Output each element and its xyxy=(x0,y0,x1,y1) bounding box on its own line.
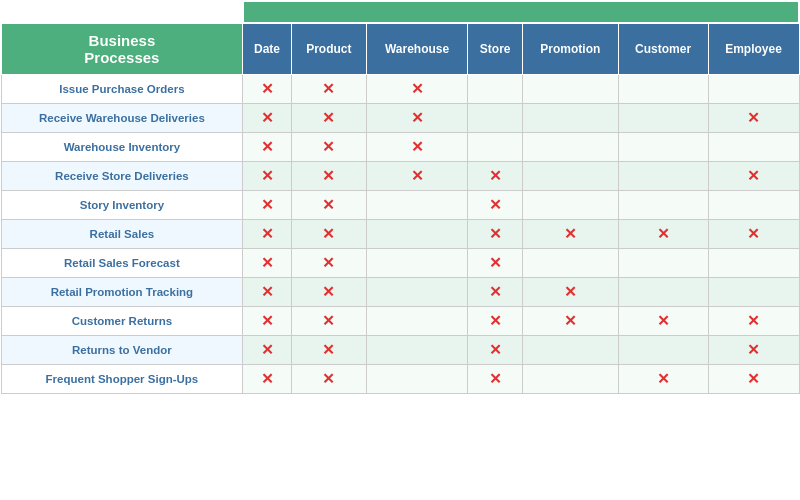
x-mark-icon: ✕ xyxy=(261,283,274,300)
dim-header-product: Product xyxy=(291,23,366,75)
mark-cell: ✕ xyxy=(291,307,366,336)
mark-cell: ✕ xyxy=(468,220,523,249)
x-mark-icon: ✕ xyxy=(489,370,502,387)
bp-name-cell: Warehouse Inventory xyxy=(1,133,243,162)
x-mark-icon: ✕ xyxy=(657,312,670,329)
mark-cell xyxy=(523,162,618,191)
mark-cell: ✕ xyxy=(291,191,366,220)
mark-cell xyxy=(523,75,618,104)
x-mark-icon: ✕ xyxy=(747,370,760,387)
table-row: Retail Promotion Tracking✕✕✕✕ xyxy=(1,278,799,307)
mark-cell xyxy=(618,133,708,162)
mark-cell xyxy=(708,249,799,278)
mark-cell: ✕ xyxy=(708,104,799,133)
x-mark-icon: ✕ xyxy=(322,138,335,155)
mark-cell: ✕ xyxy=(243,133,291,162)
mark-cell xyxy=(366,220,467,249)
x-mark-icon: ✕ xyxy=(261,109,274,126)
mark-cell xyxy=(468,133,523,162)
x-mark-icon: ✕ xyxy=(747,341,760,358)
mark-cell: ✕ xyxy=(468,191,523,220)
x-mark-icon: ✕ xyxy=(261,167,274,184)
x-mark-icon: ✕ xyxy=(322,283,335,300)
mark-cell xyxy=(523,249,618,278)
x-mark-icon: ✕ xyxy=(261,254,274,271)
bp-name-cell: Customer Returns xyxy=(1,307,243,336)
table-row: Issue Purchase Orders✕✕✕ xyxy=(1,75,799,104)
x-mark-icon: ✕ xyxy=(261,80,274,97)
mark-cell xyxy=(618,278,708,307)
bp-name-cell: Retail Sales Forecast xyxy=(1,249,243,278)
mark-cell: ✕ xyxy=(708,336,799,365)
mark-cell xyxy=(708,75,799,104)
mark-cell xyxy=(468,75,523,104)
mark-cell: ✕ xyxy=(468,336,523,365)
mark-cell: ✕ xyxy=(523,278,618,307)
mark-cell: ✕ xyxy=(291,220,366,249)
bp-name-cell: Issue Purchase Orders xyxy=(1,75,243,104)
x-mark-icon: ✕ xyxy=(411,138,424,155)
bp-name-cell: Retail Promotion Tracking xyxy=(1,278,243,307)
mark-cell xyxy=(618,104,708,133)
mark-cell: ✕ xyxy=(708,307,799,336)
x-mark-icon: ✕ xyxy=(261,312,274,329)
mark-cell xyxy=(618,162,708,191)
dim-header-warehouse: Warehouse xyxy=(366,23,467,75)
mark-cell: ✕ xyxy=(291,365,366,394)
x-mark-icon: ✕ xyxy=(747,109,760,126)
bp-name-cell: Frequent Shopper Sign-Ups xyxy=(1,365,243,394)
table-row: Story Inventory✕✕✕ xyxy=(1,191,799,220)
mark-cell xyxy=(618,336,708,365)
x-mark-icon: ✕ xyxy=(322,167,335,184)
mark-cell xyxy=(618,75,708,104)
x-mark-icon: ✕ xyxy=(322,254,335,271)
dim-header-store: Store xyxy=(468,23,523,75)
bp-name-cell: Story Inventory xyxy=(1,191,243,220)
mark-cell: ✕ xyxy=(243,278,291,307)
top-header-row xyxy=(1,1,799,23)
x-mark-icon: ✕ xyxy=(411,167,424,184)
x-mark-icon: ✕ xyxy=(322,341,335,358)
mark-cell xyxy=(523,336,618,365)
bp-name-cell: Retail Sales xyxy=(1,220,243,249)
mark-cell: ✕ xyxy=(523,307,618,336)
bp-name-cell: Receive Warehouse Deliveries xyxy=(1,104,243,133)
table-row: Returns to Vendor✕✕✕✕ xyxy=(1,336,799,365)
mark-cell: ✕ xyxy=(468,162,523,191)
mark-cell xyxy=(523,104,618,133)
mark-cell: ✕ xyxy=(243,307,291,336)
mark-cell xyxy=(366,336,467,365)
mark-cell: ✕ xyxy=(366,133,467,162)
mark-cell xyxy=(523,133,618,162)
matrix-table: BusinessProcesses DateProductWarehouseSt… xyxy=(0,0,800,394)
x-mark-icon: ✕ xyxy=(261,370,274,387)
mark-cell xyxy=(708,133,799,162)
table-row: Retail Sales Forecast✕✕✕ xyxy=(1,249,799,278)
mark-cell xyxy=(366,191,467,220)
mark-cell: ✕ xyxy=(291,278,366,307)
dim-header-date: Date xyxy=(243,23,291,75)
table-row: Frequent Shopper Sign-Ups✕✕✕✕✕ xyxy=(1,365,799,394)
x-mark-icon: ✕ xyxy=(489,225,502,242)
mark-cell: ✕ xyxy=(468,365,523,394)
x-mark-icon: ✕ xyxy=(564,312,577,329)
x-mark-icon: ✕ xyxy=(261,341,274,358)
mark-cell: ✕ xyxy=(243,336,291,365)
x-mark-icon: ✕ xyxy=(564,283,577,300)
x-mark-icon: ✕ xyxy=(657,370,670,387)
x-mark-icon: ✕ xyxy=(322,80,335,97)
x-mark-icon: ✕ xyxy=(747,167,760,184)
mark-cell: ✕ xyxy=(291,162,366,191)
mark-cell xyxy=(618,191,708,220)
x-mark-icon: ✕ xyxy=(411,80,424,97)
table-row: Warehouse Inventory✕✕✕ xyxy=(1,133,799,162)
mark-cell xyxy=(468,104,523,133)
x-mark-icon: ✕ xyxy=(489,196,502,213)
table-row: Retail Sales✕✕✕✕✕✕ xyxy=(1,220,799,249)
mark-cell xyxy=(618,249,708,278)
mark-cell: ✕ xyxy=(243,365,291,394)
mark-cell: ✕ xyxy=(291,336,366,365)
mark-cell: ✕ xyxy=(243,162,291,191)
x-mark-icon: ✕ xyxy=(322,225,335,242)
mark-cell: ✕ xyxy=(243,220,291,249)
